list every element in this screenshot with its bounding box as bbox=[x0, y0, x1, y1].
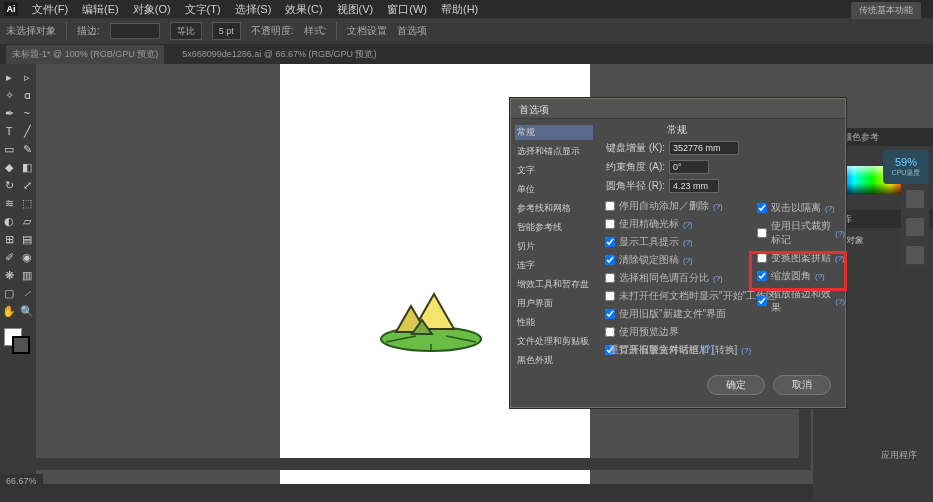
constrain-input[interactable] bbox=[669, 160, 709, 174]
cat-selection[interactable]: 选择和锚点显示 bbox=[515, 144, 593, 159]
checkbox-input[interactable] bbox=[757, 203, 767, 213]
help-icon[interactable]: (?) bbox=[835, 229, 845, 238]
stroke-weight-input[interactable] bbox=[110, 23, 160, 39]
menu-file[interactable]: 文件(F) bbox=[32, 2, 68, 17]
graph-tool[interactable]: ▥ bbox=[18, 266, 36, 284]
cat-performance[interactable]: 性能 bbox=[515, 315, 593, 330]
paintbrush-tool[interactable]: ✎ bbox=[18, 140, 36, 158]
menu-edit[interactable]: 编辑(E) bbox=[82, 2, 119, 17]
cat-units[interactable]: 单位 bbox=[515, 182, 593, 197]
prefs-button[interactable]: 首选项 bbox=[397, 24, 427, 38]
direct-selection-tool[interactable]: ▹ bbox=[18, 68, 36, 86]
magic-wand-tool[interactable]: ✧ bbox=[0, 86, 18, 104]
cancel-button[interactable]: 取消 bbox=[773, 375, 831, 395]
checkbox-1[interactable]: 使用日式裁剪标记(?) bbox=[757, 219, 845, 247]
stroke-swatch[interactable] bbox=[12, 336, 30, 354]
scrollbar-horizontal[interactable] bbox=[36, 458, 799, 470]
curvature-tool[interactable]: ~ bbox=[18, 104, 36, 122]
checkbox-input[interactable] bbox=[757, 271, 767, 281]
help-icon[interactable]: (?) bbox=[713, 274, 723, 283]
cat-ui[interactable]: 用户界面 bbox=[515, 296, 593, 311]
tab-active[interactable]: 未标题-1* @ 100% (RGB/GPU 预览) bbox=[6, 45, 164, 64]
panel-icon-2[interactable] bbox=[906, 218, 924, 236]
blend-tool[interactable]: ◉ bbox=[18, 248, 36, 266]
menu-effect[interactable]: 效果(C) bbox=[285, 2, 322, 17]
menu-select[interactable]: 选择(S) bbox=[235, 2, 272, 17]
panel-tab-color-guide[interactable]: 颜色参考 bbox=[843, 131, 879, 144]
corner-input[interactable] bbox=[669, 179, 719, 193]
tab-other[interactable]: 5x668099de1286.ai @ 66.67% (RGB/GPU 预览) bbox=[176, 45, 382, 64]
perspective-tool[interactable]: ▱ bbox=[18, 212, 36, 230]
checkbox-input[interactable] bbox=[757, 253, 767, 263]
cat-slices[interactable]: 切片 bbox=[515, 239, 593, 254]
help-icon[interactable]: (?) bbox=[683, 256, 693, 265]
mesh-tool[interactable]: ⊞ bbox=[0, 230, 18, 248]
checkbox-input[interactable] bbox=[605, 327, 615, 337]
checkbox-input[interactable] bbox=[757, 296, 767, 306]
lasso-tool[interactable]: ɑ bbox=[18, 86, 36, 104]
checkbox-input[interactable] bbox=[605, 309, 615, 319]
cat-file-handling[interactable]: 文件处理和剪贴板 bbox=[515, 334, 593, 349]
checkbox-input[interactable] bbox=[605, 291, 615, 301]
checkbox-0[interactable]: 双击以隔离(?) bbox=[757, 201, 845, 215]
shaper-tool[interactable]: ◆ bbox=[0, 158, 18, 176]
free-transform-tool[interactable]: ⬚ bbox=[18, 194, 36, 212]
checkbox-input[interactable] bbox=[605, 219, 615, 229]
panel-icon-1[interactable] bbox=[906, 190, 924, 208]
ok-button[interactable]: 确定 bbox=[707, 375, 765, 395]
cat-black[interactable]: 黑色外观 bbox=[515, 353, 593, 368]
width-tool[interactable]: ≋ bbox=[0, 194, 18, 212]
rotate-tool[interactable]: ↻ bbox=[0, 176, 18, 194]
checkbox-2[interactable]: 变换图案拼贴(?) bbox=[757, 251, 845, 265]
symbol-sprayer-tool[interactable]: ❋ bbox=[0, 266, 18, 284]
panel-icon-3[interactable] bbox=[906, 246, 924, 264]
gradient-tool[interactable]: ▤ bbox=[18, 230, 36, 248]
selection-tool[interactable]: ▸ bbox=[0, 68, 18, 86]
scale-tool[interactable]: ⤢ bbox=[18, 176, 36, 194]
shape-builder-tool[interactable]: ◐ bbox=[0, 212, 18, 230]
checkbox-input[interactable] bbox=[757, 228, 767, 238]
help-icon[interactable]: (?) bbox=[835, 254, 845, 263]
help-icon[interactable]: (?) bbox=[825, 204, 835, 213]
cat-hyphenation[interactable]: 连字 bbox=[515, 258, 593, 273]
help-icon[interactable]: (?) bbox=[835, 297, 845, 306]
cat-general[interactable]: 常规 bbox=[515, 125, 593, 140]
menu-view[interactable]: 视图(V) bbox=[337, 2, 374, 17]
cat-plugins[interactable]: 增效工具和暂存盘 bbox=[515, 277, 593, 292]
checkbox-4[interactable]: 缩放描边和效果(?) bbox=[757, 287, 845, 315]
checkbox-input[interactable] bbox=[605, 237, 615, 247]
help-icon[interactable]: (?) bbox=[741, 346, 751, 355]
eraser-tool[interactable]: ◧ bbox=[18, 158, 36, 176]
hand-tool[interactable]: ✋ bbox=[0, 302, 18, 320]
status-zoom[interactable]: 66.67% bbox=[0, 474, 43, 490]
artboard-tool[interactable]: ▢ bbox=[0, 284, 18, 302]
checkbox-3[interactable]: 缩放圆角(?) bbox=[757, 269, 845, 283]
cat-guides[interactable]: 参考线和网格 bbox=[515, 201, 593, 216]
stroke-uniform-dropdown[interactable]: 等比 bbox=[170, 22, 202, 40]
fill-stroke-swatch[interactable] bbox=[0, 326, 36, 356]
menu-type[interactable]: 文字(T) bbox=[185, 2, 221, 17]
doc-setup-button[interactable]: 文档设置 bbox=[347, 24, 387, 38]
menu-object[interactable]: 对象(O) bbox=[133, 2, 171, 17]
menu-window[interactable]: 窗口(W) bbox=[387, 2, 427, 17]
type-tool[interactable]: T bbox=[0, 122, 18, 140]
zoom-tool[interactable]: 🔍 bbox=[18, 302, 36, 320]
eyedropper-tool[interactable]: ✐ bbox=[0, 248, 18, 266]
menu-help[interactable]: 帮助(H) bbox=[441, 2, 478, 17]
reset-warnings-link[interactable]: 重置所有警告对话框 (?) bbox=[609, 343, 714, 357]
slice-tool[interactable]: ⟋ bbox=[18, 284, 36, 302]
rectangle-tool[interactable]: ▭ bbox=[0, 140, 18, 158]
help-icon[interactable]: (?) bbox=[683, 238, 693, 247]
stroke-size-dropdown[interactable]: 5 pt bbox=[212, 22, 241, 40]
help-icon[interactable]: (?) bbox=[683, 220, 693, 229]
checkbox-input[interactable] bbox=[605, 255, 615, 265]
checkbox-input[interactable] bbox=[605, 201, 615, 211]
cat-smart-guides[interactable]: 智能参考线 bbox=[515, 220, 593, 235]
workspace-badge[interactable]: 传统基本功能 bbox=[851, 2, 921, 19]
help-icon[interactable]: (?) bbox=[815, 272, 825, 281]
checkbox-7[interactable]: 使用预览边界 bbox=[605, 325, 837, 339]
kb-increment-input[interactable] bbox=[669, 141, 739, 155]
cat-type[interactable]: 文字 bbox=[515, 163, 593, 178]
pen-tool[interactable]: ✒ bbox=[0, 104, 18, 122]
help-icon[interactable]: (?) bbox=[713, 202, 723, 211]
